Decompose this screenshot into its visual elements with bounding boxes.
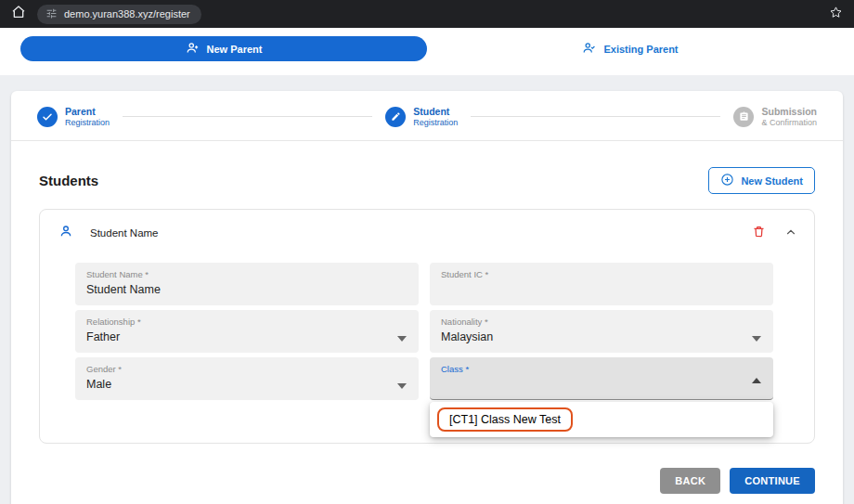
url-text: demo.yuran388.xyz/register [64,8,190,19]
step-student-registration[interactable]: Student Registration [385,106,458,127]
student-name-value: Student Name [86,283,391,296]
new-student-label: New Student [741,175,803,187]
check-icon [37,107,58,127]
class-option[interactable]: [CT1] Class New Test [437,407,573,432]
home-icon [11,5,26,23]
nationality-label: Nationality * [441,317,745,327]
relationship-label: Relationship * [86,317,391,327]
stepper-connector [471,116,720,117]
step-subtitle: Registration [413,118,458,128]
divider [11,140,843,141]
bookmark-button[interactable] [829,6,843,23]
stepper: Parent Registration Student Registration… [11,91,843,140]
edit-icon [385,107,406,127]
nationality-select[interactable]: Nationality * Malaysian [430,310,773,353]
gender-select[interactable]: Gender * Male [75,357,419,400]
step-subtitle: & Confirmation [761,118,817,128]
students-section-header: Students New Student [39,167,815,194]
nationality-value: Malaysian [441,330,745,343]
class-dropdown-menu: [CT1] Class New Test [430,402,773,437]
class-label: Class * [441,364,745,374]
address-bar[interactable]: demo.yuran388.xyz/register [37,5,201,24]
star-icon [829,6,843,23]
chevron-up-icon [752,374,761,391]
tab-new-parent[interactable]: New Parent [20,36,427,61]
student-ic-field[interactable]: Student IC * [430,263,773,305]
relationship-value: Father [86,330,391,343]
student-ic-label: Student IC * [441,269,745,279]
back-button[interactable]: BACK [660,468,720,494]
registration-card: Parent Registration Student Registration… [11,91,843,504]
step-parent-registration[interactable]: Parent Registration [37,106,110,127]
tab-new-parent-label: New Parent [207,44,263,55]
page-title: Students [39,173,98,188]
delete-student-button[interactable] [752,225,766,241]
new-student-button[interactable]: New Student [708,167,815,194]
collapse-card-button[interactable] [784,226,797,241]
student-card-title: Student Name [90,227,159,239]
student-card-header[interactable]: Student Name [40,210,814,253]
student-name-label: Student Name * [86,269,391,279]
parent-type-tabs: New Parent Existing Parent [0,28,854,75]
gender-value: Male [86,378,391,391]
site-settings-icon [45,7,58,21]
tab-existing-parent-label: Existing Parent [603,44,678,55]
document-icon [733,107,754,127]
student-name-field[interactable]: Student Name * Student Name [75,263,419,305]
step-label: Parent Registration [65,106,110,127]
chevron-down-icon [397,329,407,345]
person-icon [58,224,73,242]
step-label: Submission & Confirmation [761,106,817,127]
home-button[interactable] [11,5,26,23]
chevron-down-icon [752,329,761,345]
continue-button[interactable]: CONTINUE [730,468,815,494]
browser-bar: demo.yuran388.xyz/register [0,0,854,28]
person-check-icon [582,41,596,57]
step-title: Parent [65,106,110,118]
step-title: Submission [761,106,817,118]
step-submission-confirmation[interactable]: Submission & Confirmation [733,106,817,127]
trash-icon [752,225,766,241]
plus-circle-icon [720,173,734,188]
chevron-up-icon [784,226,797,241]
relationship-select[interactable]: Relationship * Father [75,310,419,353]
student-card: Student Name [39,209,815,444]
gender-label: Gender * [86,364,391,374]
step-label: Student Registration [413,106,458,127]
person-add-icon [186,41,200,57]
student-form: Student Name * Student Name Student IC *… [40,253,814,400]
step-subtitle: Registration [65,118,110,128]
stepper-connector [123,116,372,117]
chevron-down-icon [397,376,407,393]
tab-existing-parent[interactable]: Existing Parent [427,36,834,61]
form-footer: BACK CONTINUE [39,468,815,494]
class-select[interactable]: Class * [430,357,773,400]
step-title: Student [413,106,458,118]
